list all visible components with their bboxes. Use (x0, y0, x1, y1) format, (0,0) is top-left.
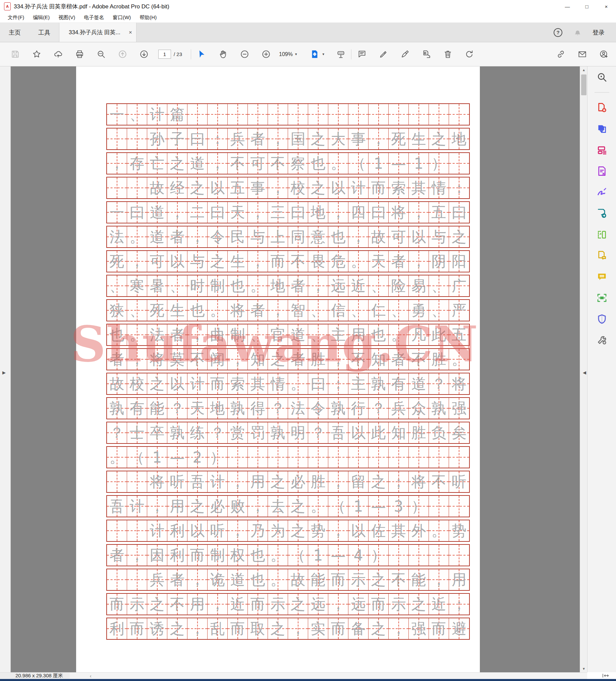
help-icon[interactable]: ? (554, 28, 562, 37)
handwritten-character: 之 (167, 618, 187, 639)
handwritten-character: 矣 (449, 422, 469, 443)
handwritten-character (127, 177, 147, 198)
zoom-level-label[interactable]: 109% (279, 51, 293, 57)
menu-esign[interactable]: 电子签名 (79, 13, 108, 22)
compare-files-icon[interactable] (596, 228, 608, 241)
handwritten-character: ， (208, 153, 227, 174)
reading-mode-icon[interactable] (336, 49, 346, 59)
redo-refresh-icon[interactable] (464, 49, 474, 59)
comment-bubble-icon[interactable] (357, 49, 367, 59)
search-tools-icon[interactable] (596, 71, 608, 83)
handwritten-character: ； (449, 594, 469, 614)
grid-cell: 。 (349, 251, 368, 272)
previous-view-icon[interactable] (118, 49, 127, 59)
link-icon[interactable] (556, 49, 566, 59)
page-number-input[interactable] (158, 50, 171, 59)
trash-icon[interactable] (443, 49, 453, 59)
hand-tool-icon[interactable] (218, 49, 228, 59)
highlighter-icon[interactable] (378, 49, 388, 59)
handwritten-character (107, 569, 127, 590)
tab-tools[interactable]: 工具 (29, 23, 59, 42)
collapse-rail-icon[interactable]: ◀ (583, 370, 586, 375)
handwritten-character: ， (328, 594, 348, 614)
handwritten-character: 行 (349, 398, 368, 419)
scan-and-ocr-icon[interactable] (596, 292, 608, 304)
menu-view[interactable]: 视图(V) (54, 13, 79, 22)
panel-toggle-icon[interactable] (599, 672, 612, 679)
handwritten-character: 四 (349, 202, 368, 223)
save-icon[interactable] (10, 49, 20, 59)
organize-pages-icon[interactable] (596, 144, 608, 156)
handwritten-character: 也 (248, 569, 267, 590)
stamp-tool-icon[interactable] (421, 49, 431, 59)
handwritten-character (308, 447, 328, 468)
zoom-in-icon[interactable] (261, 49, 271, 59)
comment-tool-icon[interactable] (596, 271, 608, 283)
grid-cell: 乱 (208, 618, 228, 639)
grid-cell: ， (208, 153, 228, 174)
grid-row: 孙子曰：兵者，国之大事，死生之地 (106, 128, 470, 150)
menu-edit[interactable]: 编辑(E) (28, 13, 54, 22)
star-favorite-icon[interactable] (31, 49, 42, 59)
menu-help[interactable]: 帮助(H) (135, 13, 161, 22)
grid-cell: 事 (349, 128, 368, 149)
send-for-comments-icon[interactable] (596, 207, 608, 219)
print-icon[interactable] (74, 49, 84, 59)
grid-cell: 之 (187, 496, 208, 516)
maximize-button[interactable]: □ (577, 0, 596, 13)
fill-sign-pen-icon[interactable] (400, 49, 410, 59)
minimize-button[interactable]: — (558, 0, 577, 13)
grid-cell: 与 (429, 226, 449, 247)
expand-nav-pane-icon[interactable]: ▶ (2, 370, 6, 375)
tab-document[interactable]: 334.孙子兵法 田英... × (59, 23, 136, 42)
tab-close-icon[interactable]: × (129, 29, 132, 36)
notifications-bell-icon[interactable] (572, 27, 583, 37)
scroll-up-icon[interactable]: ▲ (580, 68, 588, 72)
export-pdf-icon[interactable] (596, 123, 608, 135)
request-signatures-icon[interactable] (596, 250, 608, 262)
share-cloud-icon[interactable] (53, 49, 63, 59)
handwritten-character: 负 (429, 422, 449, 443)
handwritten-character: ， (368, 128, 388, 149)
search-icon[interactable] (96, 49, 106, 59)
grid-cell: 法 (147, 324, 167, 345)
handwritten-character: 之 (288, 594, 308, 614)
handwritten-character: 远 (349, 594, 368, 614)
zoom-caret-icon[interactable]: ▾ (295, 52, 297, 56)
hscroll-left-icon[interactable]: ‹ (90, 673, 92, 679)
handwritten-character (107, 177, 127, 198)
protect-icon[interactable] (596, 313, 608, 325)
left-nav-pane-collapsed[interactable]: ▶ (0, 67, 11, 679)
grid-cell: 故 (147, 177, 167, 198)
email-icon[interactable] (577, 49, 587, 59)
close-button[interactable]: × (596, 0, 616, 13)
grid-cell: 仁 (368, 300, 389, 321)
grid-row: 一、计篇 (106, 103, 470, 125)
prepare-form-icon[interactable] (596, 165, 608, 177)
more-tools-icon[interactable] (596, 334, 608, 346)
vertical-scroll-thumb[interactable] (581, 74, 587, 95)
menu-window[interactable]: 窗口(W) (108, 13, 135, 22)
grid-cell: 故 (288, 569, 308, 590)
fit-page-caret-icon[interactable]: ▾ (322, 52, 324, 56)
sign-in-button[interactable]: 登录 (592, 28, 605, 36)
fit-page-icon[interactable] (309, 49, 319, 59)
handwritten-character: 与 (248, 226, 267, 247)
handwritten-character (429, 545, 449, 565)
zoom-out-icon[interactable] (239, 49, 250, 59)
menu-file[interactable]: 文件(F) (3, 13, 28, 22)
handwritten-character: 胜 (409, 422, 429, 443)
vertical-scrollbar[interactable]: ▲ ▼ (580, 67, 587, 672)
grid-cell: 索 (389, 177, 409, 198)
handwritten-character: 法 (107, 226, 127, 247)
grid-cell (368, 104, 389, 125)
scroll-down-icon[interactable]: ▼ (580, 667, 588, 671)
next-view-icon[interactable] (139, 49, 149, 59)
document-view[interactable]: 一、计篇孙子曰：兵者，国之大事，死生之地，存亡之道，不可不察也。（1—1）故经之… (11, 67, 580, 672)
tab-home[interactable]: 主页 (0, 23, 29, 42)
handwritten-character: ， (268, 128, 288, 149)
send-profile-icon[interactable] (598, 49, 609, 59)
create-pdf-icon[interactable] (596, 102, 608, 114)
select-tool-icon[interactable] (197, 49, 207, 59)
fill-and-sign-icon[interactable] (596, 186, 608, 198)
